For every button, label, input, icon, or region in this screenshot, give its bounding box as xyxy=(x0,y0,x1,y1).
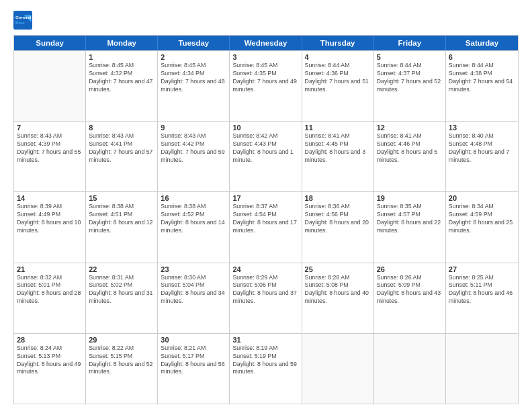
day-info: Sunrise: 8:41 AM Sunset: 4:45 PM Dayligh… xyxy=(305,132,371,165)
day-info: Sunrise: 8:35 AM Sunset: 4:57 PM Dayligh… xyxy=(377,203,443,235)
logo-icon: General Blue xyxy=(13,11,32,30)
day-number: 16 xyxy=(161,194,226,202)
day-info: Sunrise: 8:31 AM Sunset: 5:02 PM Dayligh… xyxy=(89,274,154,306)
svg-text:Blue: Blue xyxy=(15,20,25,25)
day-cell-empty xyxy=(302,334,374,404)
week-row-2: 7Sunrise: 8:43 AM Sunset: 4:39 PM Daylig… xyxy=(14,121,518,191)
week-row-4: 21Sunrise: 8:32 AM Sunset: 5:01 PM Dayli… xyxy=(14,263,518,333)
header-day-thursday: Thursday xyxy=(302,36,374,50)
day-info: Sunrise: 8:25 AM Sunset: 5:11 PM Dayligh… xyxy=(449,274,515,306)
day-info: Sunrise: 8:22 AM Sunset: 5:15 PM Dayligh… xyxy=(89,345,154,377)
week-row-1: 1Sunrise: 8:45 AM Sunset: 4:32 PM Daylig… xyxy=(14,50,518,121)
logo: General Blue xyxy=(13,11,34,30)
day-number: 27 xyxy=(449,265,515,273)
day-cell-28: 28Sunrise: 8:24 AM Sunset: 5:13 PM Dayli… xyxy=(14,334,86,404)
day-info: Sunrise: 8:43 AM Sunset: 4:42 PM Dayligh… xyxy=(161,132,226,165)
day-cell-11: 11Sunrise: 8:41 AM Sunset: 4:45 PM Dayli… xyxy=(302,122,374,191)
header: General Blue xyxy=(13,11,519,30)
day-number: 19 xyxy=(377,194,443,202)
day-number: 8 xyxy=(89,124,154,132)
day-cell-13: 13Sunrise: 8:40 AM Sunset: 4:48 PM Dayli… xyxy=(446,122,518,191)
day-info: Sunrise: 8:45 AM Sunset: 4:34 PM Dayligh… xyxy=(161,62,226,94)
day-number: 25 xyxy=(305,265,371,273)
day-info: Sunrise: 8:29 AM Sunset: 5:06 PM Dayligh… xyxy=(232,274,298,306)
day-number: 28 xyxy=(17,336,83,344)
day-cell-7: 7Sunrise: 8:43 AM Sunset: 4:39 PM Daylig… xyxy=(14,122,86,191)
day-cell-16: 16Sunrise: 8:38 AM Sunset: 4:52 PM Dayli… xyxy=(158,192,230,262)
day-info: Sunrise: 8:19 AM Sunset: 5:19 PM Dayligh… xyxy=(232,345,298,377)
header-day-saturday: Saturday xyxy=(446,36,518,50)
header-day-friday: Friday xyxy=(374,36,446,50)
day-number: 7 xyxy=(17,124,83,132)
day-number: 29 xyxy=(89,336,154,344)
day-cell-14: 14Sunrise: 8:39 AM Sunset: 4:49 PM Dayli… xyxy=(14,192,86,262)
day-number: 26 xyxy=(377,265,443,273)
day-cell-18: 18Sunrise: 8:36 AM Sunset: 4:56 PM Dayli… xyxy=(302,192,374,262)
day-cell-30: 30Sunrise: 8:21 AM Sunset: 5:17 PM Dayli… xyxy=(158,334,230,404)
day-cell-15: 15Sunrise: 8:38 AM Sunset: 4:51 PM Dayli… xyxy=(86,192,158,262)
day-cell-23: 23Sunrise: 8:30 AM Sunset: 5:04 PM Dayli… xyxy=(158,263,230,333)
day-info: Sunrise: 8:44 AM Sunset: 4:37 PM Dayligh… xyxy=(377,62,443,94)
svg-text:General: General xyxy=(15,15,31,19)
day-number: 23 xyxy=(161,265,226,273)
day-cell-5: 5Sunrise: 8:44 AM Sunset: 4:37 PM Daylig… xyxy=(374,51,446,121)
day-number: 13 xyxy=(449,124,515,132)
day-number: 5 xyxy=(377,53,443,61)
day-number: 15 xyxy=(89,194,154,202)
header-day-tuesday: Tuesday xyxy=(158,36,230,50)
day-info: Sunrise: 8:38 AM Sunset: 4:51 PM Dayligh… xyxy=(89,203,154,235)
day-info: Sunrise: 8:21 AM Sunset: 5:17 PM Dayligh… xyxy=(161,345,226,377)
day-info: Sunrise: 8:42 AM Sunset: 4:43 PM Dayligh… xyxy=(232,132,298,165)
day-cell-31: 31Sunrise: 8:19 AM Sunset: 5:19 PM Dayli… xyxy=(230,334,302,404)
day-number: 17 xyxy=(232,194,298,202)
day-info: Sunrise: 8:39 AM Sunset: 4:49 PM Dayligh… xyxy=(17,203,83,235)
day-number: 14 xyxy=(17,194,83,202)
day-cell-4: 4Sunrise: 8:44 AM Sunset: 4:36 PM Daylig… xyxy=(302,51,374,121)
day-number: 21 xyxy=(17,265,83,273)
day-info: Sunrise: 8:32 AM Sunset: 5:01 PM Dayligh… xyxy=(17,274,83,306)
day-cell-24: 24Sunrise: 8:29 AM Sunset: 5:06 PM Dayli… xyxy=(230,263,302,333)
day-number: 9 xyxy=(161,124,226,132)
day-cell-22: 22Sunrise: 8:31 AM Sunset: 5:02 PM Dayli… xyxy=(86,263,158,333)
day-info: Sunrise: 8:44 AM Sunset: 4:36 PM Dayligh… xyxy=(305,62,371,94)
day-cell-empty xyxy=(446,334,518,404)
header-day-wednesday: Wednesday xyxy=(230,36,302,50)
day-cell-25: 25Sunrise: 8:28 AM Sunset: 5:08 PM Dayli… xyxy=(302,263,374,333)
day-info: Sunrise: 8:45 AM Sunset: 4:35 PM Dayligh… xyxy=(232,62,298,94)
day-cell-26: 26Sunrise: 8:26 AM Sunset: 5:09 PM Dayli… xyxy=(374,263,446,333)
day-cell-21: 21Sunrise: 8:32 AM Sunset: 5:01 PM Dayli… xyxy=(14,263,86,333)
day-cell-20: 20Sunrise: 8:34 AM Sunset: 4:59 PM Dayli… xyxy=(446,192,518,262)
calendar: SundayMondayTuesdayWednesdayThursdayFrid… xyxy=(13,35,519,404)
day-number: 30 xyxy=(161,336,226,344)
day-cell-empty xyxy=(14,51,86,121)
day-number: 11 xyxy=(305,124,371,132)
header-day-sunday: Sunday xyxy=(14,36,86,50)
day-cell-8: 8Sunrise: 8:43 AM Sunset: 4:41 PM Daylig… xyxy=(86,122,158,191)
day-number: 22 xyxy=(89,265,154,273)
day-cell-29: 29Sunrise: 8:22 AM Sunset: 5:15 PM Dayli… xyxy=(86,334,158,404)
calendar-body: 1Sunrise: 8:45 AM Sunset: 4:32 PM Daylig… xyxy=(14,50,518,404)
day-number: 18 xyxy=(305,194,371,202)
day-info: Sunrise: 8:40 AM Sunset: 4:48 PM Dayligh… xyxy=(449,132,515,165)
day-cell-6: 6Sunrise: 8:44 AM Sunset: 4:38 PM Daylig… xyxy=(446,51,518,121)
day-number: 1 xyxy=(89,53,154,61)
day-cell-1: 1Sunrise: 8:45 AM Sunset: 4:32 PM Daylig… xyxy=(86,51,158,121)
day-info: Sunrise: 8:43 AM Sunset: 4:41 PM Dayligh… xyxy=(89,132,154,165)
day-info: Sunrise: 8:44 AM Sunset: 4:38 PM Dayligh… xyxy=(449,62,515,94)
day-cell-10: 10Sunrise: 8:42 AM Sunset: 4:43 PM Dayli… xyxy=(230,122,302,191)
day-info: Sunrise: 8:28 AM Sunset: 5:08 PM Dayligh… xyxy=(305,274,371,306)
day-info: Sunrise: 8:41 AM Sunset: 4:46 PM Dayligh… xyxy=(377,132,443,165)
week-row-5: 28Sunrise: 8:24 AM Sunset: 5:13 PM Dayli… xyxy=(14,333,518,404)
day-cell-12: 12Sunrise: 8:41 AM Sunset: 4:46 PM Dayli… xyxy=(374,122,446,191)
day-info: Sunrise: 8:43 AM Sunset: 4:39 PM Dayligh… xyxy=(17,132,83,165)
day-info: Sunrise: 8:38 AM Sunset: 4:52 PM Dayligh… xyxy=(161,203,226,235)
day-info: Sunrise: 8:26 AM Sunset: 5:09 PM Dayligh… xyxy=(377,274,443,306)
day-info: Sunrise: 8:24 AM Sunset: 5:13 PM Dayligh… xyxy=(17,345,83,377)
day-number: 31 xyxy=(232,336,298,344)
day-info: Sunrise: 8:45 AM Sunset: 4:32 PM Dayligh… xyxy=(89,62,154,94)
page: General Blue SundayMondayTuesdayWednesda… xyxy=(0,0,532,411)
day-number: 3 xyxy=(232,53,298,61)
day-cell-9: 9Sunrise: 8:43 AM Sunset: 4:42 PM Daylig… xyxy=(158,122,230,191)
day-number: 6 xyxy=(449,53,515,61)
week-row-3: 14Sunrise: 8:39 AM Sunset: 4:49 PM Dayli… xyxy=(14,191,518,262)
